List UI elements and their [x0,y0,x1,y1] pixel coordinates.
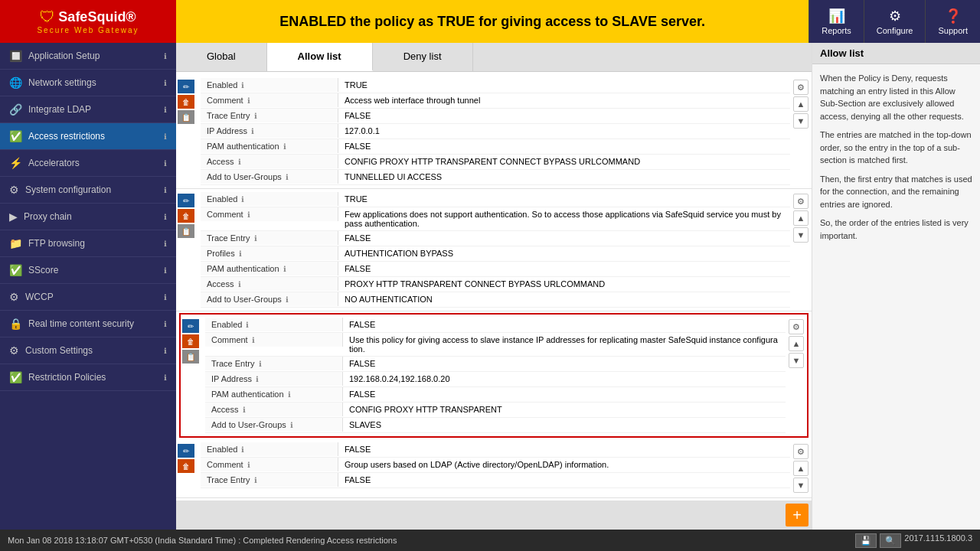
entry-row-1: ✏ 🗑 📋 Enabled ℹ TRUE Comment ℹ Access we… [176,78,812,185]
gear-button-3[interactable]: ⚙ [789,319,804,334]
field-value-access-2: PROXY HTTP TRANSPARENT CONNECT BYPASS UR… [338,277,790,291]
content-area: Global Allow list Deny list ✏ 🗑 📋 Enable… [176,43,812,530]
down-button-3[interactable]: ▼ [789,353,804,368]
entry-side-4: ⚙ ▲ ▼ [790,442,812,494]
sidebar-item-wccp[interactable]: ⚙ WCCP ℹ [0,284,176,311]
field-label-pam-1: PAM authentication ℹ [201,139,338,153]
access-restrictions-icon: ✅ [9,130,22,142]
entry-block-4: ✏ 🗑 Enabled ℹ FALSE Comment ℹ Group user… [176,439,812,498]
entry-block-2: ✏ 🗑 📋 Enabled ℹ TRUE Comment ℹ Few appli… [176,189,812,311]
entry-fields-2: Enabled ℹ TRUE Comment ℹ Few application… [201,192,790,308]
field-label-comment-4: Comment ℹ [201,458,338,471]
field-label-pam-2: PAM authentication ℹ [201,262,338,276]
logo-subtitle: Secure Web Gateway [37,26,139,34]
down-button-4[interactable]: ▼ [793,478,808,493]
sidebar-item-accelerators[interactable]: ⚡ Accelerators ℹ [0,150,176,177]
delete-button-3[interactable]: 🗑 [182,334,199,348]
entry-actions-4: ✏ 🗑 [176,442,201,474]
copy-button-2[interactable]: 📋 [178,224,194,238]
info-icon-11: ℹ [164,347,167,355]
configure-button[interactable]: ⚙ Configure [864,0,926,43]
gear-button-1[interactable]: ⚙ [793,80,808,95]
edit-button-4[interactable]: ✏ [178,444,194,458]
tab-global[interactable]: Global [176,43,267,71]
field-value-access-1: CONFIG PROXY HTTP TRANSPARENT CONNECT BY… [338,155,790,168]
sidebar: 🔲 Application Setup ℹ 🌐 Network settings… [0,43,176,530]
up-button-4[interactable]: ▲ [793,461,808,476]
field-value-pam-2: FALSE [338,262,790,276]
edit-button-3[interactable]: ✏ [182,319,199,333]
field-value-enabled-3: FALSE [343,318,786,331]
gear-button-2[interactable]: ⚙ [793,194,808,209]
restriction-policies-icon: ✅ [9,371,22,383]
configure-label: Configure [877,26,913,35]
field-row-pam-2: PAM authentication ℹ FALSE [201,262,790,277]
field-value-addgroups-3: SLAVES [343,418,786,432]
entry-row-4: ✏ 🗑 Enabled ℹ FALSE Comment ℹ Group user… [176,442,812,494]
field-row-comment-2: Comment ℹ Few applications does not supp… [201,207,790,231]
info-icon-0: ℹ [164,52,167,60]
field-label-comment-1: Comment ℹ [201,93,338,107]
gear-button-4[interactable]: ⚙ [793,444,808,459]
field-row-trace-1: Trace Entry ℹ FALSE [201,109,790,124]
field-label-enabled-4: Enabled ℹ [201,442,338,456]
info-icon-10: ℹ [164,320,167,328]
sidebar-item-label: Restriction Policies [28,372,161,383]
up-button-1[interactable]: ▲ [793,96,808,112]
statusbar: Mon Jan 08 2018 13:18:07 GMT+0530 (India… [0,530,980,551]
field-row-enabled-1: Enabled ℹ TRUE [201,78,790,93]
field-label-pam-3: PAM authentication ℹ [205,387,343,401]
sidebar-item-system-configuration[interactable]: ⚙ System configuration ℹ [0,177,176,204]
entry-fields-1: Enabled ℹ TRUE Comment ℹ Access web inte… [201,78,790,185]
field-row-addgroups-1: Add to User-Groups ℹ TUNNELLED UI ACCESS [201,170,790,185]
sidebar-item-custom-settings[interactable]: ⚙ Custom Settings ℹ [0,337,176,364]
sidebar-item-label: WCCP [25,292,161,302]
sidebar-item-proxy-chain[interactable]: ▶ Proxy chain ℹ [0,204,176,230]
delete-button-2[interactable]: 🗑 [178,209,194,223]
tab-deny-list[interactable]: Deny list [373,43,473,71]
accelerators-icon: ⚡ [9,157,22,169]
field-label-enabled-3: Enabled ℹ [205,318,343,331]
statusbar-text: Mon Jan 08 2018 13:18:07 GMT+0530 (India… [8,536,397,545]
down-button-1[interactable]: ▼ [793,113,808,129]
delete-button-4[interactable]: 🗑 [178,459,194,473]
add-entry-button[interactable]: + [786,504,808,527]
info-icon-2: ℹ [164,106,167,114]
save-button[interactable]: 💾 [855,533,877,548]
entry-row-3: ✏ 🗑 📋 Enabled ℹ FALSE Comment ℹ Use this… [181,318,807,433]
right-panel-para-4: So, the order of the entries listed is v… [820,217,972,242]
field-label-profiles-2: Profiles ℹ [201,246,338,260]
delete-button-1[interactable]: 🗑 [178,95,194,109]
up-button-3[interactable]: ▲ [789,336,804,351]
field-label-addgroups-3: Add to User-Groups ℹ [205,418,343,432]
entry-actions-2: ✏ 🗑 📋 [176,192,201,240]
sidebar-item-real-time-content-security[interactable]: 🔒 Real time content security ℹ [0,311,176,337]
sidebar-item-network-settings[interactable]: 🌐 Network settings ℹ [0,70,176,96]
edit-button-2[interactable]: ✏ [178,194,194,207]
edit-button-1[interactable]: ✏ [178,80,194,93]
support-button[interactable]: ❓ Support [925,0,980,43]
sidebar-item-access-restrictions[interactable]: ✅ Access restrictions ℹ [0,123,176,150]
field-value-pam-1: FALSE [338,139,790,153]
down-button-2[interactable]: ▼ [793,227,808,243]
copy-button-1[interactable]: 📋 [178,110,194,124]
field-row-comment-3: Comment ℹ Use this policy for giving acc… [205,333,786,357]
field-row-comment-1: Comment ℹ Access web interface through t… [201,93,790,109]
sidebar-item-application-setup[interactable]: 🔲 Application Setup ℹ [0,43,176,70]
tab-allow-list[interactable]: Allow list [267,43,373,71]
copy-button-3[interactable]: 📋 [182,350,199,364]
right-panel-para-1: When the Policy is Deny, requests matchi… [820,72,972,122]
info-icon-8: ℹ [164,266,167,275]
search-button[interactable]: 🔍 [880,533,901,548]
sidebar-item-sscore[interactable]: ✅ SScore ℹ [0,257,176,284]
field-value-profiles-2: AUTHENTICATION BYPASS [338,246,790,260]
system-configuration-icon: ⚙ [9,184,19,196]
reports-button[interactable]: 📊 Reports [808,0,864,43]
sidebar-item-label: SScore [28,265,161,276]
sidebar-item-ftp-browsing[interactable]: 📁 FTP browsing ℹ [0,230,176,257]
up-button-2[interactable]: ▲ [793,210,808,226]
sidebar-item-restriction-policies[interactable]: ✅ Restriction Policies ℹ [0,364,176,391]
sidebar-item-integrate-ldap[interactable]: 🔗 Integrate LDAP ℹ [0,96,176,123]
field-label-trace-4: Trace Entry ℹ [201,473,338,487]
field-row-access-2: Access ℹ PROXY HTTP TRANSPARENT CONNECT … [201,277,790,292]
